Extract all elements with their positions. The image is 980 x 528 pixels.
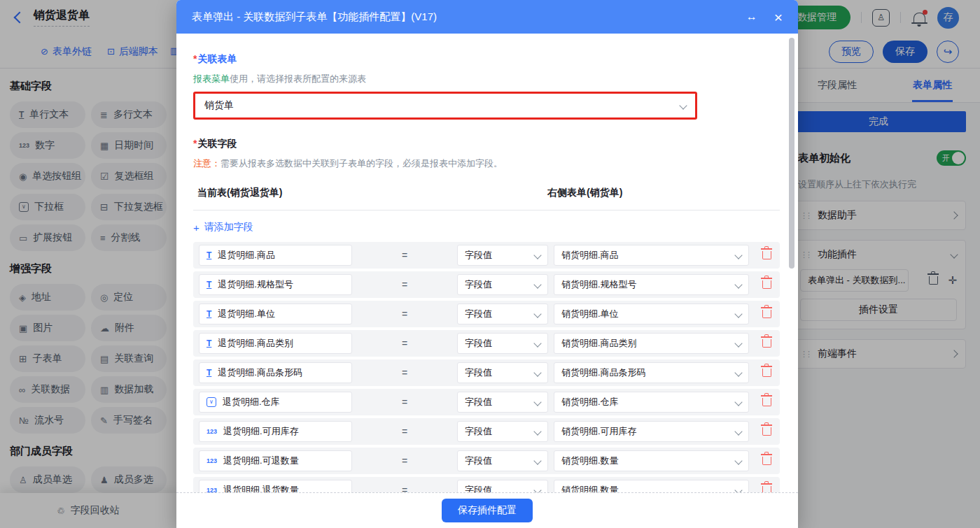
- delete-row-icon[interactable]: [762, 339, 771, 348]
- source-form-select[interactable]: 销货单: [195, 94, 695, 117]
- equals-operator: =: [352, 367, 457, 378]
- left-field-box[interactable]: T 退货明细.商品类别: [199, 333, 352, 354]
- linked-fields-note: 注意：需要从报表多选数据中关联到子表单的字段，必须是报表中添加字段。: [193, 157, 780, 170]
- left-field-label: 退货明细.单位: [218, 308, 275, 320]
- left-field-label: 退货明细.商品条形码: [218, 366, 302, 379]
- text-icon: T: [206, 339, 211, 348]
- value-mode-select[interactable]: 字段值: [457, 245, 548, 266]
- field-mapping-row: ∨ 退货明细.仓库 = 字段值 销货明细.仓库: [193, 389, 780, 415]
- left-field-label: 退货明细.可用库存: [223, 425, 299, 438]
- equals-operator: =: [352, 485, 457, 493]
- save-plugin-config-button[interactable]: 保存插件配置: [442, 499, 533, 522]
- right-field-select[interactable]: 销货明细.商品条形码: [554, 362, 749, 383]
- chevron-down-icon: [533, 398, 541, 406]
- mapping-column-headers: 当前表(销货退货单) 右侧表单(销货单): [193, 187, 780, 199]
- add-field-link[interactable]: + 请添加字段: [193, 221, 253, 234]
- delete-row-icon[interactable]: [762, 280, 771, 289]
- chevron-down-icon: [734, 369, 742, 376]
- value-mode-select[interactable]: 字段值: [457, 392, 548, 413]
- text-icon: T: [206, 280, 211, 289]
- left-field-box[interactable]: 123 退货明细.可用库存: [199, 421, 352, 442]
- chevron-down-icon: [533, 457, 541, 464]
- value-mode-select[interactable]: 字段值: [457, 421, 548, 442]
- delete-row-icon[interactable]: [762, 427, 771, 436]
- chevron-down-icon: [734, 280, 742, 288]
- equals-operator: =: [352, 308, 457, 320]
- chevron-down-icon: [533, 280, 541, 288]
- linked-fields-label: *关联字段: [193, 138, 780, 150]
- left-field-label: 退货明细.商品: [218, 249, 275, 262]
- chevron-down-icon: [533, 427, 541, 435]
- chevron-down-icon: [734, 251, 742, 259]
- text-icon: T: [206, 251, 211, 259]
- left-field-box[interactable]: 123 退货明细.可退数量: [199, 450, 352, 471]
- chevron-down-icon: [734, 486, 742, 493]
- text-icon: T: [206, 369, 211, 377]
- chevron-down-icon: [533, 251, 541, 259]
- right-field-select[interactable]: 销货明细.数量: [554, 450, 749, 471]
- modal-footer: 保存插件配置: [176, 493, 798, 528]
- left-field-box[interactable]: T 退货明细.单位: [199, 304, 352, 324]
- field-mapping-row: T 退货明细.单位 = 字段值 销货明细.单位: [193, 301, 780, 327]
- right-field-select[interactable]: 销货明细.可用库存: [554, 421, 749, 442]
- right-field-select[interactable]: 销货明细.商品: [554, 245, 749, 266]
- delete-row-icon[interactable]: [762, 310, 771, 318]
- chevron-down-icon: [734, 427, 742, 435]
- right-field-select[interactable]: 销货明细.单位: [554, 304, 749, 324]
- linked-form-hint: 报表菜单使用，请选择报表所配置的来源表: [193, 73, 780, 85]
- number-icon: 123: [206, 487, 217, 494]
- delete-row-icon[interactable]: [762, 251, 771, 259]
- chevron-down-icon: [734, 310, 742, 317]
- delete-row-icon[interactable]: [762, 398, 771, 406]
- value-mode-select[interactable]: 字段值: [457, 362, 548, 383]
- right-field-select[interactable]: 销货明细.商品类别: [554, 333, 749, 354]
- modal-title: 表单弹出 - 关联数据到子表单【功能插件配置】(V17): [192, 10, 437, 24]
- left-field-box[interactable]: T 退货明细.商品条形码: [199, 362, 352, 383]
- expand-icon[interactable]: ↔: [746, 10, 757, 23]
- chevron-down-icon: [734, 398, 742, 406]
- equals-operator: =: [352, 338, 457, 349]
- equals-operator: =: [352, 397, 457, 408]
- field-mapping-row: T 退货明细.商品 = 字段值 销货明细.商品: [193, 242, 780, 269]
- chevron-down-icon: [533, 339, 541, 347]
- left-field-label: 退货明细.可退数量: [223, 455, 299, 467]
- chevron-down-icon: [533, 310, 541, 317]
- field-mapping-row: 123 退货明细.可退数量 = 字段值 销货明细.数量: [193, 448, 780, 474]
- value-mode-select[interactable]: 字段值: [457, 333, 548, 354]
- left-field-label: 退货明细.规格型号: [218, 278, 293, 291]
- modal-scrollbar[interactable]: [789, 38, 794, 269]
- right-field-select[interactable]: 销货明细.规格型号: [554, 274, 749, 295]
- field-mapping-row: 123 退货明细.退货数量 = 字段值 销货明细.数量: [193, 477, 780, 493]
- chevron-down-icon: [734, 339, 742, 347]
- chevron-down-icon: [533, 486, 541, 493]
- plus-icon: +: [193, 222, 200, 234]
- left-field-label: 退货明细.商品类别: [218, 337, 293, 350]
- modal-body: *关联表单 报表菜单使用，请选择报表所配置的来源表 销货单 *关联字段 注意：需…: [176, 34, 798, 493]
- value-mode-select[interactable]: 字段值: [457, 480, 548, 493]
- delete-row-icon[interactable]: [762, 369, 771, 377]
- close-icon[interactable]: ×: [774, 10, 783, 24]
- value-mode-select[interactable]: 字段值: [457, 304, 548, 324]
- current-table-header: 当前表(销货退货单): [193, 187, 547, 199]
- left-field-box[interactable]: 123 退货明细.退货数量: [199, 480, 352, 493]
- left-field-box[interactable]: T 退货明细.规格型号: [199, 274, 352, 295]
- equals-operator: =: [352, 426, 457, 437]
- left-field-box[interactable]: ∨ 退货明细.仓库: [199, 392, 352, 413]
- delete-row-icon[interactable]: [762, 457, 771, 465]
- equals-operator: =: [352, 250, 457, 261]
- screen: 销货退货单 数据管理 ♙ 存 ⊘ 表单外链 ⊡ 后端脚本: [0, 0, 980, 528]
- field-mapping-row: 123 退货明细.可用库存 = 字段值 销货明细.可用库存: [193, 418, 780, 445]
- number-icon: 123: [206, 458, 217, 464]
- text-icon: T: [206, 310, 211, 318]
- value-mode-select[interactable]: 字段值: [457, 450, 548, 471]
- field-mapping-row: T 退货明细.商品条形码 = 字段值 销货明细.商品条形码: [193, 359, 780, 386]
- highlight-annotation: 销货单: [193, 92, 697, 120]
- equals-operator: =: [352, 455, 457, 466]
- chevron-down-icon: [679, 101, 687, 109]
- right-field-select[interactable]: 销货明细.数量: [554, 480, 749, 493]
- divider: [193, 210, 780, 211]
- left-field-box[interactable]: T 退货明细.商品: [199, 245, 352, 266]
- delete-row-icon[interactable]: [762, 486, 771, 493]
- right-field-select[interactable]: 销货明细.仓库: [554, 392, 749, 413]
- value-mode-select[interactable]: 字段值: [457, 274, 548, 295]
